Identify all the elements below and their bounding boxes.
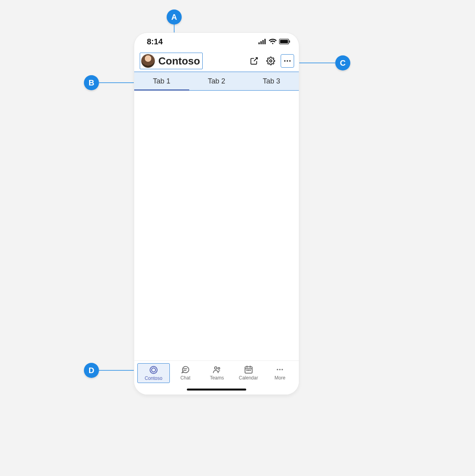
svg-point-25 [247, 370, 247, 371]
svg-point-29 [279, 369, 281, 370]
more-button[interactable] [281, 54, 294, 68]
tab-3[interactable]: Tab 3 [244, 72, 299, 90]
svg-point-27 [250, 370, 251, 371]
tab-3-label: Tab 3 [263, 77, 280, 85]
status-bar: 8:14 [134, 33, 299, 50]
callout-a: A [167, 9, 182, 25]
battery-icon [279, 37, 290, 46]
nav-item-calendar-label: Calendar [239, 375, 258, 381]
app-title: Contoso [158, 55, 200, 67]
nav-item-teams-label: Teams [210, 375, 224, 381]
content-area [134, 91, 299, 360]
svg-point-20 [218, 368, 220, 369]
cellular-icon [258, 37, 266, 46]
open-external-icon [250, 57, 258, 65]
gear-icon [266, 57, 275, 65]
nav-item-more-label: More [275, 375, 285, 381]
svg-point-19 [215, 367, 217, 369]
callout-c: C [335, 55, 350, 70]
nav-item-calendar[interactable]: Calendar [233, 363, 264, 383]
nav-item-more[interactable]: More [264, 363, 296, 383]
status-time: 8:14 [147, 37, 163, 46]
tab-2-label: Tab 2 [208, 77, 225, 85]
svg-point-11 [270, 60, 272, 62]
svg-rect-6 [262, 40, 264, 44]
tab-1[interactable]: Tab 1 [134, 72, 189, 90]
svg-point-30 [281, 369, 283, 370]
callout-b: B [84, 75, 99, 90]
bottom-nav: Contoso Chat Teams [134, 360, 299, 394]
header-title-group[interactable]: Contoso [140, 53, 203, 69]
callout-d-label: D [89, 366, 94, 375]
settings-button[interactable] [264, 54, 277, 68]
svg-rect-9 [280, 40, 288, 43]
open-external-button[interactable] [247, 54, 261, 68]
home-indicator [187, 389, 246, 391]
svg-rect-7 [264, 39, 266, 44]
tab-bar: Tab 1 Tab 2 Tab 3 [134, 72, 299, 91]
callout-a-label: A [171, 13, 177, 22]
chat-icon [180, 365, 190, 374]
svg-point-15 [150, 366, 157, 374]
nav-item-contoso[interactable]: Contoso [137, 363, 170, 383]
tab-1-label: Tab 1 [153, 77, 170, 85]
nav-item-teams[interactable]: Teams [201, 363, 233, 383]
callout-b-label: B [89, 78, 94, 87]
teams-icon [212, 365, 222, 374]
wifi-icon [269, 37, 277, 46]
svg-point-16 [152, 368, 156, 372]
avatar[interactable] [141, 54, 155, 68]
svg-point-28 [277, 369, 278, 370]
svg-rect-10 [289, 40, 290, 43]
tab-2[interactable]: Tab 2 [189, 72, 244, 90]
more-nav-icon [275, 365, 285, 374]
nav-item-contoso-label: Contoso [144, 375, 162, 381]
svg-point-13 [287, 60, 288, 62]
svg-rect-4 [258, 42, 260, 44]
nav-item-chat[interactable]: Chat [170, 363, 201, 383]
svg-point-12 [284, 60, 286, 62]
svg-rect-5 [260, 41, 262, 44]
svg-point-14 [289, 60, 291, 62]
app-header: Contoso [134, 50, 299, 72]
calendar-icon [244, 365, 253, 374]
contoso-icon [149, 365, 158, 375]
phone-frame: 8:14 Contoso [134, 32, 299, 395]
nav-item-chat-label: Chat [180, 375, 190, 381]
callout-c-label: C [340, 59, 346, 68]
more-icon [283, 57, 292, 65]
svg-point-26 [248, 370, 249, 371]
callout-d: D [84, 363, 99, 378]
